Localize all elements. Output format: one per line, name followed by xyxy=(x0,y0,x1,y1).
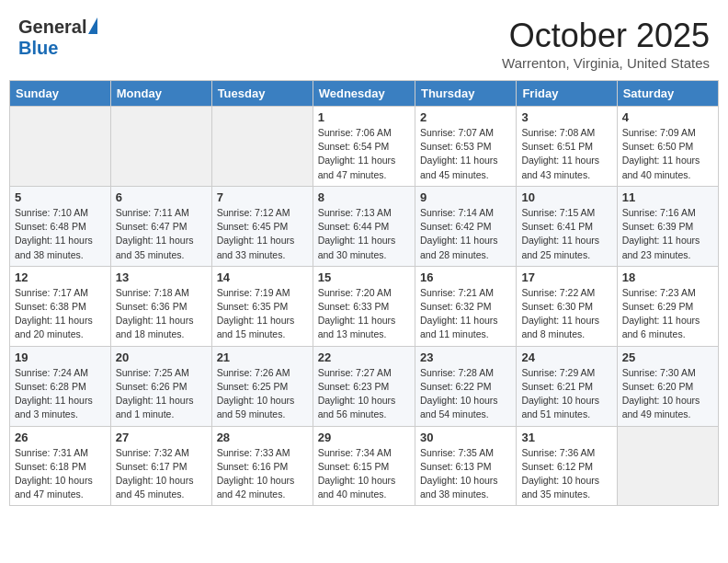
day-number: 8 xyxy=(318,190,410,204)
day-info: Sunrise: 7:17 AM Sunset: 6:38 PM Dayligh… xyxy=(15,286,106,342)
day-info: Sunrise: 7:09 AM Sunset: 6:50 PM Dayligh… xyxy=(622,126,713,182)
day-info: Sunrise: 7:36 AM Sunset: 6:12 PM Dayligh… xyxy=(521,446,611,502)
day-number: 2 xyxy=(420,110,511,124)
weekday-header-row: SundayMondayTuesdayWednesdayThursdayFrid… xyxy=(10,81,719,107)
day-info: Sunrise: 7:26 AM Sunset: 6:25 PM Dayligh… xyxy=(217,366,308,422)
day-number: 19 xyxy=(15,350,106,364)
day-info: Sunrise: 7:18 AM Sunset: 6:36 PM Dayligh… xyxy=(116,286,207,342)
calendar-cell xyxy=(10,107,111,187)
day-number: 10 xyxy=(521,190,611,204)
calendar-cell: 15Sunrise: 7:20 AM Sunset: 6:33 PM Dayli… xyxy=(313,266,415,346)
calendar-cell: 1Sunrise: 7:06 AM Sunset: 6:54 PM Daylig… xyxy=(313,107,415,187)
calendar-cell: 7Sunrise: 7:12 AM Sunset: 6:45 PM Daylig… xyxy=(211,186,313,266)
day-info: Sunrise: 7:06 AM Sunset: 6:54 PM Dayligh… xyxy=(318,126,410,182)
day-info: Sunrise: 7:24 AM Sunset: 6:28 PM Dayligh… xyxy=(15,366,106,422)
calendar-cell: 11Sunrise: 7:16 AM Sunset: 6:39 PM Dayli… xyxy=(617,186,718,266)
day-number: 27 xyxy=(116,431,207,444)
calendar-cell: 20Sunrise: 7:25 AM Sunset: 6:26 PM Dayli… xyxy=(110,346,211,426)
calendar-cell: 3Sunrise: 7:08 AM Sunset: 6:51 PM Daylig… xyxy=(517,107,617,187)
day-number: 20 xyxy=(116,350,207,364)
logo: General Blue xyxy=(18,17,97,59)
day-number: 5 xyxy=(15,190,106,204)
day-info: Sunrise: 7:34 AM Sunset: 6:15 PM Dayligh… xyxy=(318,446,410,502)
day-number: 25 xyxy=(622,350,713,364)
day-number: 16 xyxy=(420,270,511,284)
weekday-header-saturday: Saturday xyxy=(617,81,718,107)
logo-triangle-icon xyxy=(88,17,97,34)
calendar-cell xyxy=(110,107,211,187)
day-info: Sunrise: 7:13 AM Sunset: 6:44 PM Dayligh… xyxy=(318,206,410,262)
day-info: Sunrise: 7:16 AM Sunset: 6:39 PM Dayligh… xyxy=(622,206,713,262)
day-number: 31 xyxy=(521,431,611,444)
logo-blue-text: Blue xyxy=(18,38,58,59)
calendar-cell: 21Sunrise: 7:26 AM Sunset: 6:25 PM Dayli… xyxy=(211,346,313,426)
calendar-cell: 4Sunrise: 7:09 AM Sunset: 6:50 PM Daylig… xyxy=(617,107,718,187)
day-number: 11 xyxy=(622,190,713,204)
weekday-header-thursday: Thursday xyxy=(415,81,516,107)
day-number: 13 xyxy=(116,270,207,284)
calendar-cell: 10Sunrise: 7:15 AM Sunset: 6:41 PM Dayli… xyxy=(517,186,617,266)
day-number: 18 xyxy=(622,270,713,284)
calendar-cell: 12Sunrise: 7:17 AM Sunset: 6:38 PM Dayli… xyxy=(10,266,111,346)
day-info: Sunrise: 7:25 AM Sunset: 6:26 PM Dayligh… xyxy=(116,366,207,422)
day-number: 23 xyxy=(420,350,511,364)
day-number: 12 xyxy=(15,270,106,284)
day-number: 3 xyxy=(521,110,611,124)
day-info: Sunrise: 7:10 AM Sunset: 6:48 PM Dayligh… xyxy=(15,206,106,262)
weekday-header-monday: Monday xyxy=(110,81,211,107)
calendar-cell: 14Sunrise: 7:19 AM Sunset: 6:35 PM Dayli… xyxy=(211,266,313,346)
calendar-cell: 17Sunrise: 7:22 AM Sunset: 6:30 PM Dayli… xyxy=(517,266,617,346)
day-info: Sunrise: 7:12 AM Sunset: 6:45 PM Dayligh… xyxy=(217,206,308,262)
day-number: 24 xyxy=(521,350,611,364)
day-info: Sunrise: 7:33 AM Sunset: 6:16 PM Dayligh… xyxy=(217,446,308,502)
calendar-cell xyxy=(211,107,313,187)
calendar-table: SundayMondayTuesdayWednesdayThursdayFrid… xyxy=(9,80,719,506)
title-area: October 2025 Warrenton, Virginia, United… xyxy=(502,17,710,71)
day-number: 30 xyxy=(420,431,511,444)
day-info: Sunrise: 7:15 AM Sunset: 6:41 PM Dayligh… xyxy=(521,206,611,262)
day-number: 1 xyxy=(318,110,410,124)
calendar-cell: 22Sunrise: 7:27 AM Sunset: 6:23 PM Dayli… xyxy=(313,346,415,426)
day-number: 26 xyxy=(15,431,106,444)
weekday-header-sunday: Sunday xyxy=(10,81,111,107)
location: Warrenton, Virginia, United States xyxy=(502,55,710,71)
calendar-cell xyxy=(617,426,718,506)
day-info: Sunrise: 7:30 AM Sunset: 6:20 PM Dayligh… xyxy=(622,366,713,422)
calendar-cell: 27Sunrise: 7:32 AM Sunset: 6:17 PM Dayli… xyxy=(110,426,211,506)
day-info: Sunrise: 7:22 AM Sunset: 6:30 PM Dayligh… xyxy=(521,286,611,342)
calendar-cell: 31Sunrise: 7:36 AM Sunset: 6:12 PM Dayli… xyxy=(517,426,617,506)
day-number: 7 xyxy=(217,190,308,204)
day-number: 22 xyxy=(318,350,410,364)
day-info: Sunrise: 7:27 AM Sunset: 6:23 PM Dayligh… xyxy=(318,366,410,422)
calendar-week-4: 19Sunrise: 7:24 AM Sunset: 6:28 PM Dayli… xyxy=(10,346,719,426)
calendar-cell: 18Sunrise: 7:23 AM Sunset: 6:29 PM Dayli… xyxy=(617,266,718,346)
calendar-cell: 9Sunrise: 7:14 AM Sunset: 6:42 PM Daylig… xyxy=(415,186,516,266)
day-info: Sunrise: 7:31 AM Sunset: 6:18 PM Dayligh… xyxy=(15,446,106,502)
day-number: 17 xyxy=(521,270,611,284)
day-info: Sunrise: 7:23 AM Sunset: 6:29 PM Dayligh… xyxy=(622,286,713,342)
day-info: Sunrise: 7:21 AM Sunset: 6:32 PM Dayligh… xyxy=(420,286,511,342)
day-info: Sunrise: 7:11 AM Sunset: 6:47 PM Dayligh… xyxy=(116,206,207,262)
calendar-cell: 2Sunrise: 7:07 AM Sunset: 6:53 PM Daylig… xyxy=(415,107,516,187)
calendar-cell: 25Sunrise: 7:30 AM Sunset: 6:20 PM Dayli… xyxy=(617,346,718,426)
calendar-cell: 30Sunrise: 7:35 AM Sunset: 6:13 PM Dayli… xyxy=(415,426,516,506)
calendar-cell: 19Sunrise: 7:24 AM Sunset: 6:28 PM Dayli… xyxy=(10,346,111,426)
day-number: 4 xyxy=(622,110,713,124)
day-info: Sunrise: 7:14 AM Sunset: 6:42 PM Dayligh… xyxy=(420,206,511,262)
day-number: 29 xyxy=(318,431,410,444)
day-number: 21 xyxy=(217,350,308,364)
calendar-cell: 26Sunrise: 7:31 AM Sunset: 6:18 PM Dayli… xyxy=(10,426,111,506)
day-info: Sunrise: 7:29 AM Sunset: 6:21 PM Dayligh… xyxy=(521,366,611,422)
day-info: Sunrise: 7:19 AM Sunset: 6:35 PM Dayligh… xyxy=(217,286,308,342)
calendar-cell: 6Sunrise: 7:11 AM Sunset: 6:47 PM Daylig… xyxy=(110,186,211,266)
weekday-header-friday: Friday xyxy=(517,81,617,107)
day-number: 15 xyxy=(318,270,410,284)
calendar-week-3: 12Sunrise: 7:17 AM Sunset: 6:38 PM Dayli… xyxy=(10,266,719,346)
day-info: Sunrise: 7:08 AM Sunset: 6:51 PM Dayligh… xyxy=(521,126,611,182)
weekday-header-tuesday: Tuesday xyxy=(211,81,313,107)
calendar-cell: 5Sunrise: 7:10 AM Sunset: 6:48 PM Daylig… xyxy=(10,186,111,266)
calendar-cell: 29Sunrise: 7:34 AM Sunset: 6:15 PM Dayli… xyxy=(313,426,415,506)
calendar-week-1: 1Sunrise: 7:06 AM Sunset: 6:54 PM Daylig… xyxy=(10,107,719,187)
calendar-cell: 13Sunrise: 7:18 AM Sunset: 6:36 PM Dayli… xyxy=(110,266,211,346)
calendar-cell: 23Sunrise: 7:28 AM Sunset: 6:22 PM Dayli… xyxy=(415,346,516,426)
